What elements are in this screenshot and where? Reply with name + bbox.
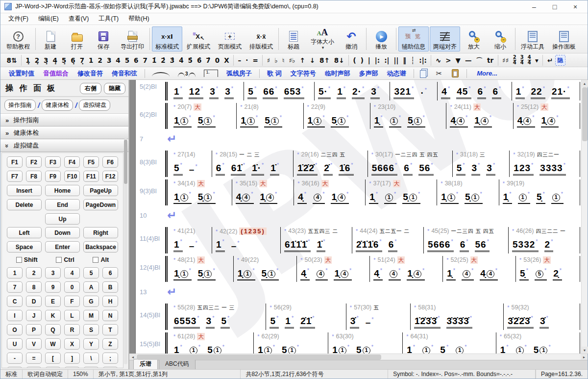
edit-anchor-icon[interactable]: * [369,180,371,186]
measure[interactable]: *29(16)二三四 五1̇2̇2̇2̇1̇6 [294,151,368,177]
measure[interactable]: *22(9)1̣15̣1 [304,103,370,129]
minimize-button[interactable]: – [524,1,544,13]
edit-anchor-icon[interactable]: * [297,152,299,157]
measure-notes[interactable]: 5·12·3 [318,83,386,99]
note-palette-button[interactable]: ∿ [433,55,443,66]
note-palette-button[interactable]: 1̇ [149,55,158,66]
note-group[interactable]: 5666 [371,159,398,176]
note-palette-button[interactable]: 4 [114,55,122,66]
note-group[interactable]: 1̣ [374,112,383,127]
menu-item[interactable]: 工具(T) [94,13,123,25]
measure[interactable]: *57(30)五3̇– [346,303,411,330]
measure[interactable]: *59(32)3̇2̇2̇3̇3̇ [504,303,580,330]
edit-anchor-icon[interactable]: * [373,257,375,263]
menu-item[interactable]: 文件(F) [3,13,33,25]
edit-anchor-icon[interactable]: * [513,152,515,157]
note-group[interactable]: 1̣1 [240,112,258,127]
panel-button-隐藏[interactable]: 隐藏 [104,83,125,94]
note-group[interactable]: 66 [263,83,277,99]
virtual-key-Backspace[interactable]: Backspace [83,241,118,253]
note-palette-button[interactable]: |: [372,55,382,66]
note-palette-button[interactable]: || [392,55,401,66]
measure-notes[interactable]: 1̣15̣1 [500,341,576,354]
measure-notes[interactable]: 321· [393,83,434,99]
measure-notes[interactable]: 512̇1̇ [270,312,342,328]
edit-anchor-icon[interactable]: * [216,228,218,234]
measure-notes[interactable]: 1233333 [513,159,576,176]
toolbar-button-mode-standard[interactable]: x·xⅠ标准模式 [152,26,182,51]
note-group[interactable]: 1̣4 [334,265,352,280]
note-group[interactable]: 1 [189,341,201,354]
virtual-key-E[interactable]: E [45,296,61,307]
edit-anchor-icon[interactable]: * [406,333,408,339]
note-group[interactable]: 4 [316,265,328,280]
note-palette-button[interactable]: 4̣ [50,55,59,66]
time-signature-button[interactable]: 34 [518,54,526,66]
virtual-key-U[interactable]: U [7,338,23,350]
maximize-button[interactable]: □ [544,1,565,13]
virtual-key-Z[interactable]: Z [102,338,118,350]
note-group[interactable]: 1̣4 [260,188,278,204]
measure[interactable]: *32(19)四三二一1233333 [510,151,580,177]
toolbar-button-undo[interactable]: ↶撤消 [339,26,364,51]
note-palette-button[interactable]: ‖ [401,55,409,66]
note-group[interactable]: 1̣1 [257,341,275,354]
menu-item[interactable]: 帮助(H) [123,13,154,25]
note-palette-button[interactable]: ⌒ [474,55,485,66]
more-button[interactable]: More... [477,70,497,77]
toolbar-button-justify[interactable]: 两端对齐 [430,26,460,51]
note-group[interactable]: 1 [518,188,530,204]
measure[interactable]: *44(24)五二五一 二2̇1̇1̇66 [352,227,424,253]
note-group[interactable]: 3̇ [539,312,549,328]
note-group[interactable]: 1̣1 [307,112,325,127]
edit-anchor-icon[interactable]: * [456,152,458,157]
edit-anchor-icon[interactable]: * [446,257,448,263]
measure[interactable]: *31(18)三533 [453,151,510,177]
edit-anchor-icon[interactable]: * [371,152,373,157]
measure-notes[interactable]: 53322 [512,236,576,252]
horizontal-scroll-track[interactable] [136,354,581,360]
panel-tab[interactable]: 虚拟键盘 [79,100,110,111]
note-palette-button[interactable]: 3̣ [42,55,50,66]
note-group[interactable]: 4̣4 [236,188,254,204]
virtual-key-7[interactable]: 7 [7,281,23,293]
measure-notes[interactable]: 1̣15̣1 [173,341,250,354]
measure[interactable]: *51(24)大4̣41̣4 [370,256,443,282]
virtual-key-D[interactable]: D [26,296,42,307]
measure-notes[interactable]: 1̣44̣4 [446,265,512,280]
measure-notes[interactable]: 1̣15̣1 [237,265,294,280]
edit-anchor-icon[interactable]: * [512,228,514,234]
note-group[interactable]: 1̣1 [173,112,192,127]
virtual-key-8[interactable]: 8 [26,281,42,293]
edit-anchor-icon[interactable]: * [173,333,175,339]
measure[interactable]: *12221· [512,82,580,101]
note-group[interactable]: 5332 [512,236,539,252]
copy-icon[interactable] [420,70,426,78]
measure[interactable]: *65(32)1̣15̣1 [496,332,580,354]
vertical-scroll-track[interactable] [582,87,588,347]
measure-notes[interactable]: 11233 [173,83,240,99]
vertical-scrollbar[interactable]: ▲ ▼ [581,80,588,354]
virtual-key-Space[interactable]: Space [7,241,42,253]
scroll-up-icon[interactable]: ▲ [582,80,588,87]
measure[interactable]: *34(14)大1̣15̣1 [170,179,232,205]
virtual-key-Up[interactable]: Up [45,213,80,225]
note-group[interactable]: 1 [421,341,434,354]
measure-notes[interactable]: 1̣15̣1 [374,112,443,127]
edit-anchor-icon[interactable]: * [300,257,302,263]
note-group[interactable]: 1 [551,188,564,204]
toolbar-button-floating-tools[interactable]: 浮动工具 [517,26,548,51]
note-palette-button[interactable]: ♮ [280,55,287,66]
note-group[interactable]: 1̣4 [331,188,349,204]
note-group[interactable]: 1̇· [251,159,264,176]
measure-notes[interactable]: 655335 [173,312,262,328]
virtual-key-F8[interactable]: F8 [26,171,42,182]
note-group[interactable]: 5̣1 [407,112,425,127]
note-group[interactable]: 5̣1 [402,188,420,204]
virtual-key-`[interactable]: ` [83,367,99,368]
note-palette-button[interactable]: 8⇅ [4,55,19,66]
measure-notes[interactable]: 4̣41̣4 [300,265,366,280]
note-group[interactable]: 6 [460,236,469,252]
virtual-key-S[interactable]: S [83,324,99,335]
edit-anchor-icon[interactable]: * [173,152,175,157]
